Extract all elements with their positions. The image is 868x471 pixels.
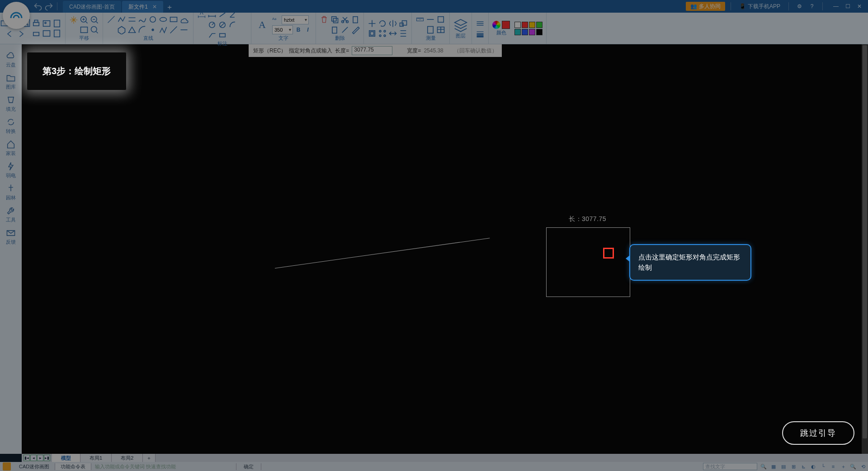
grid2-toggle-icon[interactable]: ⊞ <box>789 462 797 471</box>
calc-icon[interactable] <box>426 25 435 34</box>
sidebar-item-home[interactable]: 家装 <box>6 139 16 157</box>
align-icon[interactable] <box>399 29 408 38</box>
sidebar-item-cloud[interactable]: 云盘 <box>6 51 16 68</box>
text-icon[interactable]: A <box>255 18 269 32</box>
font-style-icon[interactable]: ᴬᵃ <box>272 17 280 23</box>
export-pdf-icon[interactable] <box>52 19 61 28</box>
color-swatch[interactable] <box>514 29 521 35</box>
color-swatch[interactable] <box>536 22 542 28</box>
image-icon[interactable] <box>42 29 51 38</box>
xline-icon[interactable] <box>179 25 189 34</box>
rotate-icon[interactable] <box>378 19 387 28</box>
color-swatch[interactable] <box>514 22 521 28</box>
sidebar-item-refresh[interactable]: 转换 <box>6 117 16 135</box>
delete-icon[interactable] <box>320 15 329 24</box>
window-close-icon[interactable]: ✕ <box>854 1 864 11</box>
forward-icon[interactable] <box>16 29 25 38</box>
move-icon[interactable] <box>368 19 377 28</box>
download-app-link[interactable]: 📱 下载手机APP <box>736 3 783 10</box>
offset-icon[interactable] <box>368 29 377 38</box>
bold-button[interactable]: B <box>294 25 302 34</box>
rectangle-icon[interactable] <box>169 15 178 24</box>
tab-prev-icon[interactable]: ◂ <box>30 455 37 461</box>
tutorial-skip-button[interactable]: 跳过引导 <box>782 421 854 445</box>
layer-icon[interactable] <box>453 18 468 32</box>
zoom-in-icon[interactable] <box>80 15 89 24</box>
tab-home[interactable]: CAD迷你画图-首页 <box>63 1 121 13</box>
color-swatch[interactable] <box>522 29 528 35</box>
status-ok-button[interactable]: 确定 <box>236 463 261 470</box>
osnap-toggle-icon[interactable]: └ <box>819 462 827 471</box>
measure-area-icon[interactable] <box>436 15 445 24</box>
point-icon[interactable] <box>148 25 157 34</box>
arc-icon[interactable] <box>138 25 147 34</box>
color-swatch[interactable] <box>529 29 535 35</box>
stretch-icon[interactable] <box>388 29 397 38</box>
sidebar-item-bucket[interactable]: 填充 <box>6 95 16 113</box>
measure-icon[interactable] <box>415 15 425 24</box>
line-icon[interactable] <box>107 15 116 24</box>
doc-icon[interactable] <box>52 29 61 38</box>
status-app-name[interactable]: CAD迷你画图 <box>14 463 55 470</box>
window-maximize-icon[interactable]: ☐ <box>843 1 853 11</box>
help-icon[interactable]: ? <box>807 1 817 11</box>
cloud-icon[interactable] <box>179 15 189 24</box>
color-wheel-icon[interactable] <box>492 21 500 29</box>
font-name-select[interactable]: hztxt <box>282 15 309 24</box>
sidebar-item-zap[interactable]: 弱电 <box>6 161 16 179</box>
status-search-input[interactable]: 查找文字 <box>703 463 757 470</box>
grid-toggle-icon[interactable]: ▤ <box>779 462 788 471</box>
print2-icon[interactable] <box>32 29 41 38</box>
lineweight-icon[interactable] <box>476 29 485 38</box>
mirror-icon[interactable] <box>388 19 397 28</box>
ellipse-icon[interactable] <box>159 15 168 24</box>
link-status-icon[interactable]: ⟲ <box>859 462 867 471</box>
status-cmd-input[interactable]: 输入功能或命令关键词 快速查找功能 <box>91 463 236 470</box>
matchprop-icon[interactable] <box>340 25 349 34</box>
ray-icon[interactable] <box>169 25 178 34</box>
zoom-window-icon[interactable] <box>80 25 89 34</box>
search-icon[interactable]: 🔍 <box>760 462 768 471</box>
zoom-extents-icon[interactable] <box>90 25 99 34</box>
tab-add-button[interactable]: ＋ <box>164 2 175 13</box>
color-swatch[interactable] <box>529 22 535 28</box>
back-icon[interactable] <box>5 29 14 38</box>
copy-icon[interactable] <box>330 15 339 24</box>
tab-first-icon[interactable]: ▮◂ <box>24 455 30 461</box>
undo-icon[interactable] <box>33 2 42 11</box>
polyline2-icon[interactable] <box>159 25 168 34</box>
zoom-status-icon[interactable]: 🔍 <box>849 462 857 471</box>
dim-arc-icon[interactable] <box>228 20 237 29</box>
pan-icon[interactable] <box>69 15 78 24</box>
snap-toggle-icon[interactable]: ▦ <box>769 462 778 471</box>
dim-diameter-icon[interactable] <box>218 20 227 29</box>
tutorial-target-marker[interactable] <box>603 248 614 259</box>
triangle-icon[interactable] <box>127 25 137 34</box>
cut-icon[interactable] <box>340 15 349 24</box>
app-logo[interactable] <box>3 2 30 29</box>
layout-tab-model[interactable]: 模型 <box>52 454 80 462</box>
settings-icon[interactable]: ⚙ <box>794 1 804 11</box>
color-square-icon[interactable] <box>502 21 510 29</box>
sidebar-item-mail[interactable]: 反馈 <box>6 228 16 245</box>
paste-icon[interactable] <box>351 15 360 24</box>
font-size-select[interactable]: 350 <box>272 25 293 34</box>
cmd-length-input[interactable]: 3077.75 <box>352 46 392 55</box>
lineweight-toggle-icon[interactable]: ≡ <box>829 462 837 471</box>
spline-icon[interactable] <box>138 15 147 24</box>
paste2-icon[interactable] <box>330 25 339 34</box>
linetype-icon[interactable] <box>476 19 485 28</box>
ortho-toggle-icon[interactable]: ⊾ <box>799 462 807 471</box>
tab-last-icon[interactable]: ▸▮ <box>44 455 50 461</box>
multiline-icon[interactable] <box>127 15 137 24</box>
export-image-icon[interactable] <box>42 19 51 28</box>
zoom-out-icon[interactable] <box>90 15 99 24</box>
add-toggle-icon[interactable]: ＋ <box>839 462 847 471</box>
status-cmd-tab[interactable]: 功能命令表 <box>55 463 91 470</box>
color-swatch[interactable] <box>536 29 542 35</box>
measure-dist-icon[interactable] <box>426 15 435 24</box>
sidebar-item-tree[interactable]: 园林 <box>6 184 16 201</box>
leader-icon[interactable] <box>208 31 217 40</box>
tab-next-icon[interactable]: ▸ <box>37 455 43 461</box>
redo-icon[interactable] <box>44 2 53 11</box>
